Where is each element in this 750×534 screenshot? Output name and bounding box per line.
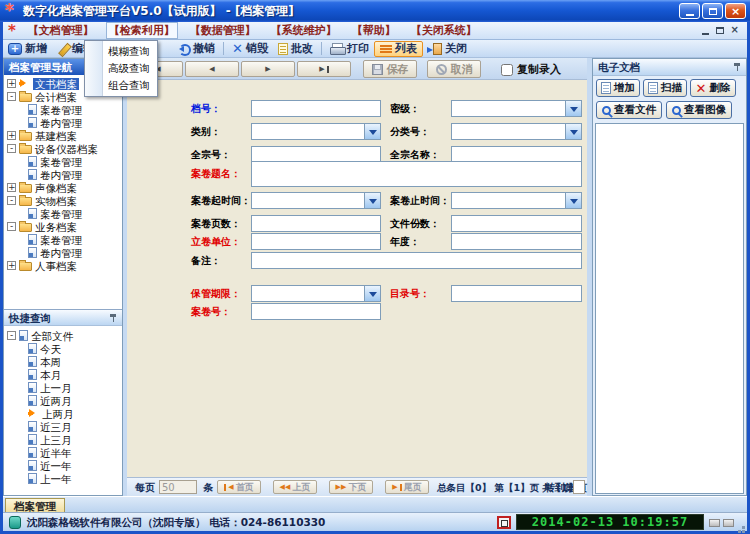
tree-item-personnel-archive[interactable]: +人事档案 xyxy=(4,259,122,272)
quick-item-today[interactable]: 今天 xyxy=(4,342,122,355)
end-date-select[interactable] xyxy=(451,192,582,209)
menu-data-management[interactable]: 【数据管理】 xyxy=(187,22,259,39)
catalog-no-input[interactable] xyxy=(451,285,582,302)
edoc-list[interactable] xyxy=(595,123,744,494)
last-page-button[interactable]: ▶尾页 xyxy=(385,480,429,494)
chevron-down-icon[interactable] xyxy=(565,101,581,116)
tab-archive-management[interactable]: 档案管理 xyxy=(5,498,65,513)
first-page-button[interactable]: ◀首页 xyxy=(217,480,261,494)
maximize-button[interactable] xyxy=(702,3,723,19)
tree-item-involume-mgmt[interactable]: 卷内管理 xyxy=(4,116,122,129)
pin-icon[interactable] xyxy=(109,313,118,323)
tree-item-volume-mgmt[interactable]: 案卷管理 xyxy=(4,103,122,116)
status-mini-button[interactable] xyxy=(709,519,720,527)
destroy-button[interactable]: ✕销毁 xyxy=(227,41,273,57)
menu-item-combined-query[interactable]: 组合查询 xyxy=(85,77,157,94)
expander-icon[interactable]: - xyxy=(7,222,16,231)
pages-input[interactable] xyxy=(251,215,381,232)
cancel-button[interactable]: 取消 xyxy=(427,60,481,78)
tree-item-volume-mgmt[interactable]: 案卷管理 xyxy=(4,207,122,220)
undo-button[interactable]: 撤销 xyxy=(173,41,220,57)
tree-item-involume-mgmt[interactable]: 卷内管理 xyxy=(4,168,122,181)
quick-item-last-month[interactable]: 上一月 xyxy=(4,381,122,394)
copies-input[interactable] xyxy=(451,215,582,232)
print-button[interactable]: 打印 xyxy=(325,41,374,57)
mdi-close-icon[interactable]: × xyxy=(731,25,739,35)
expander-icon[interactable]: + xyxy=(7,131,16,140)
chevron-down-icon[interactable] xyxy=(364,286,380,301)
expander-icon[interactable]: + xyxy=(7,183,16,192)
expander-icon[interactable]: - xyxy=(7,92,16,101)
resize-grip[interactable] xyxy=(742,526,745,529)
quick-item-all-files[interactable]: -全部文件 xyxy=(4,329,122,342)
chevron-down-icon[interactable] xyxy=(565,124,581,139)
retention-select[interactable] xyxy=(251,285,381,302)
volume-title-input[interactable] xyxy=(251,161,582,187)
menu-item-fuzzy-query[interactable]: 模糊查询 xyxy=(85,43,157,60)
close-view-button[interactable]: 关闭 xyxy=(423,41,472,57)
tree-item-audiovisual-archive[interactable]: +声像档案 xyxy=(4,181,122,194)
menu-exit-system[interactable]: 【关闭系统】 xyxy=(408,22,480,39)
list-button[interactable]: 列表 xyxy=(374,41,423,57)
tree-item-equipment-archive[interactable]: -设备仪器档案 xyxy=(4,142,122,155)
file-no-input[interactable] xyxy=(251,100,381,117)
secret-level-select[interactable] xyxy=(451,100,582,117)
per-page-input[interactable] xyxy=(159,480,197,494)
quick-item-recent-year[interactable]: 近一年 xyxy=(4,459,122,472)
close-button[interactable]: × xyxy=(725,3,746,19)
volume-no-input[interactable] xyxy=(251,303,381,320)
quick-item-recent-two-months[interactable]: 近两月 xyxy=(4,394,122,407)
quick-item-two-months-ago[interactable]: 上两月 xyxy=(4,407,122,420)
quick-item-recent-three-months[interactable]: 近三月 xyxy=(4,420,122,433)
expander-icon[interactable]: - xyxy=(7,196,16,205)
new-button[interactable]: +新增 xyxy=(3,41,52,57)
chevron-down-icon[interactable] xyxy=(565,193,581,208)
start-date-select[interactable] xyxy=(251,192,381,209)
menu-document-management[interactable]: 【文档管理】 xyxy=(25,22,97,39)
delete-edoc-button[interactable]: ✕删除 xyxy=(690,79,736,97)
next-page-button[interactable]: ▶▶下页 xyxy=(329,480,373,494)
scan-button[interactable]: 扫描 xyxy=(643,79,687,97)
remark-input[interactable] xyxy=(251,252,582,269)
menu-help[interactable]: 【帮助】 xyxy=(349,22,399,39)
next-record-button[interactable]: ▶ xyxy=(241,61,295,77)
chevron-down-icon[interactable] xyxy=(364,124,380,139)
tree-item-business-archive[interactable]: -业务档案 xyxy=(4,220,122,233)
expander-icon[interactable]: - xyxy=(7,144,16,153)
view-file-button[interactable]: 查看文件 xyxy=(596,101,662,119)
status-mini-button[interactable] xyxy=(723,519,734,527)
expander-icon[interactable]: + xyxy=(7,79,16,88)
add-edoc-button[interactable]: 增加 xyxy=(596,79,640,97)
expander-icon[interactable]: - xyxy=(7,331,16,340)
tree-item-volume-mgmt[interactable]: 案卷管理 xyxy=(4,233,122,246)
tree-item-volume-mgmt[interactable]: 案卷管理 xyxy=(4,155,122,168)
last-record-button[interactable]: ▶ xyxy=(297,61,351,77)
clock-icon[interactable] xyxy=(497,516,511,529)
mdi-minimize-icon[interactable] xyxy=(702,33,709,35)
tree-item-infrastructure-archive[interactable]: +基建档案 xyxy=(4,129,122,142)
tree-item-involume-mgmt[interactable]: 卷内管理 xyxy=(4,246,122,259)
menu-item-advanced-query[interactable]: 高级查询 xyxy=(85,60,157,77)
view-image-button[interactable]: 查看图像 xyxy=(666,101,732,119)
goto-page-input[interactable] xyxy=(573,480,585,494)
year-input[interactable] xyxy=(451,233,582,250)
chevron-down-icon[interactable] xyxy=(364,193,380,208)
filing-unit-input[interactable] xyxy=(251,233,381,250)
quick-item-this-week[interactable]: 本周 xyxy=(4,355,122,368)
quick-item-recent-half-year[interactable]: 近半年 xyxy=(4,446,122,459)
pin-icon[interactable] xyxy=(733,62,742,72)
prev-page-button[interactable]: ◀◀上页 xyxy=(273,480,317,494)
prev-record-button[interactable]: ◀ xyxy=(185,61,239,77)
tree-item-physical-archive[interactable]: -实物档案 xyxy=(4,194,122,207)
expander-icon[interactable]: + xyxy=(7,261,16,270)
quick-item-this-month[interactable]: 本月 xyxy=(4,368,122,381)
menu-system-maintenance[interactable]: 【系统维护】 xyxy=(268,22,340,39)
mdi-restore-icon[interactable] xyxy=(716,27,724,34)
quick-item-last-year[interactable]: 上一年 xyxy=(4,472,122,485)
copy-entry-checkbox[interactable] xyxy=(501,64,513,76)
menu-search-usage[interactable]: 【检索利用】 xyxy=(106,22,178,39)
class-no-select[interactable] xyxy=(451,123,582,140)
category-select[interactable] xyxy=(251,123,381,140)
quick-item-three-months-ago[interactable]: 上三月 xyxy=(4,433,122,446)
revise-button[interactable]: 批改 xyxy=(273,41,318,57)
